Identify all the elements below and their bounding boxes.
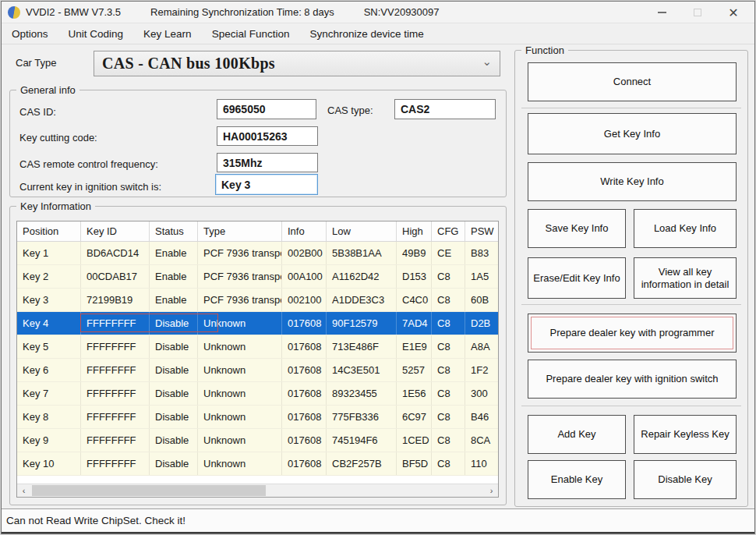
table-cell: 1A5 [465, 265, 499, 288]
table-row-key-6[interactable]: Key 6FFFFFFFFDisableUnknown01760814C3E50… [17, 359, 498, 382]
remote-frequency-field: 315Mhz [217, 153, 318, 172]
disable-key-button[interactable]: Disable Key [634, 460, 737, 499]
column-header-cfg[interactable]: CFG [432, 221, 465, 241]
table-cell: CE [432, 242, 465, 264]
key-cutting-code-label: Key cutting code: [19, 132, 97, 143]
table-cell: C8 [432, 335, 465, 358]
car-type-label: Car Type [16, 57, 57, 69]
column-header-low[interactable]: Low [327, 221, 397, 241]
table-cell: 110 [465, 452, 499, 475]
table-row-key-4[interactable]: Key 4FFFFFFFFDisableUnknown01760890F1257… [17, 312, 498, 335]
main-area: Car Type CAS - CAN bus 100Kbps ⌄ General… [2, 44, 754, 508]
table-cell: FFFFFFFF [81, 312, 150, 335]
app-window: VVDI2 - BMW V7.3.5 Remaining Synchroniza… [1, 1, 755, 534]
table-cell: C4C0 [397, 289, 432, 311]
table-cell: 017608 [282, 335, 327, 358]
table-cell: 00CDAB17 [81, 265, 150, 288]
table-cell: E1E9 [397, 335, 432, 358]
table-row-key-7[interactable]: Key 7FFFFFFFFDisableUnknown0176088932345… [17, 382, 498, 406]
separator [521, 406, 741, 406]
maximize-button[interactable] [680, 2, 715, 23]
chevron-down-icon: ⌄ [482, 55, 492, 69]
table-cell: 1CED [397, 429, 432, 452]
table-cell: C8 [432, 312, 465, 335]
table-cell: 017608 [282, 312, 327, 335]
table-row-key-10[interactable]: Key 10FFFFFFFFDisableUnknown017608CB2F25… [17, 452, 498, 476]
table-cell: C8 [432, 429, 465, 452]
column-header-info[interactable]: Info [282, 221, 327, 241]
table-row-key-3[interactable]: Key 372199B19EnablePCF 7936 transponder0… [17, 289, 498, 312]
table-row-key-8[interactable]: Key 8FFFFFFFFDisableUnknown017608775FB33… [17, 406, 498, 429]
key-cutting-code-field: HA00015263 [217, 126, 318, 146]
column-header-position[interactable]: Position [17, 221, 81, 241]
table-cell: Enable [150, 242, 198, 264]
table-cell: Key 6 [17, 359, 81, 381]
scrollbar-thumb[interactable] [32, 485, 266, 496]
scroll-left-icon[interactable]: ‹ [17, 484, 30, 497]
menu-item-key-learn[interactable]: Key Learn [143, 28, 192, 40]
column-header-type[interactable]: Type [198, 221, 282, 241]
cas-type-field: CAS2 [394, 99, 496, 119]
table-cell: 49B9 [397, 242, 432, 264]
maximize-icon [694, 9, 701, 16]
prepare-dealer-key-programmer-button[interactable]: Prepare dealer key with programmer [528, 314, 737, 353]
column-header-high[interactable]: High [397, 221, 432, 241]
table-row-key-1[interactable]: Key 1BD6ACD14EnablePCF 7936 transponder0… [17, 242, 498, 265]
menu-item-options[interactable]: Options [12, 28, 48, 40]
scroll-right-icon[interactable]: › [485, 484, 498, 497]
table-cell: FFFFFFFF [81, 429, 150, 452]
menu-item-synchronize-device-time[interactable]: Synchronize device time [309, 28, 423, 40]
prepare-dealer-key-ignition-button[interactable]: Prepare dealer key with ignition switch [528, 360, 737, 399]
table-cell: Disable [150, 312, 198, 335]
connect-button[interactable]: Connect [528, 62, 737, 101]
menu-bar: Options Unit Coding Key Learn Special Fu… [2, 23, 754, 44]
table-row-key-5[interactable]: Key 5FFFFFFFFDisableUnknown017608713E486… [17, 335, 498, 359]
save-key-info-button[interactable]: Save Key Info [528, 209, 626, 248]
table-row-key-9[interactable]: Key 9FFFFFFFFDisableUnknown017608745194F… [17, 429, 498, 452]
table-cell: FFFFFFFF [81, 452, 150, 475]
table-cell: BF5D [397, 452, 432, 475]
add-key-button[interactable]: Add Key [528, 415, 626, 454]
key-information-title: Key Information [16, 200, 95, 212]
menu-item-unit-coding[interactable]: Unit Coding [69, 28, 124, 40]
table-cell: 775FB336 [327, 406, 397, 428]
key-information-group: Key Information PositionKey IDStatusType… [9, 206, 507, 505]
separator [521, 108, 741, 108]
table-cell: Unknown [198, 312, 282, 335]
table-cell: Key 10 [17, 452, 81, 475]
table-cell: Key 9 [17, 429, 81, 452]
table-cell: PCF 7936 transponder [198, 265, 282, 288]
minimize-button[interactable] [644, 2, 680, 23]
write-key-info-button[interactable]: Write Key Info [528, 162, 737, 201]
table-cell: Key 1 [17, 242, 81, 264]
table-cell: Enable [150, 289, 198, 311]
status-bar: Can not Read Write ChipSet. Check it! [2, 508, 754, 532]
table-row-key-2[interactable]: Key 200CDAB17EnablePCF 7936 transponder0… [17, 265, 498, 289]
erase-edit-key-info-button[interactable]: Erase/Edit Key Info [528, 257, 626, 299]
sync-time-text: Remaining Synchronization Time: 8 days [150, 6, 334, 18]
column-header-psw[interactable]: PSW [465, 221, 499, 241]
car-type-dropdown[interactable]: CAS - CAN bus 100Kbps ⌄ [94, 51, 500, 76]
scrollbar-track[interactable] [30, 484, 485, 497]
menu-item-special-function[interactable]: Special Function [212, 28, 290, 40]
enable-key-button[interactable]: Enable Key [528, 460, 626, 499]
column-header-status[interactable]: Status [150, 221, 198, 241]
column-header-key-id[interactable]: Key ID [81, 221, 150, 241]
table-cell: Disable [150, 452, 198, 475]
close-button[interactable]: ✕ [715, 2, 751, 23]
table-cell: Unknown [198, 335, 282, 358]
cas-type-label: CAS type: [327, 105, 373, 116]
table-cell: Unknown [198, 359, 282, 381]
serial-number-text: SN:VV20930097 [364, 6, 440, 18]
repair-keyless-key-button[interactable]: Repair Keyless Key [634, 415, 737, 454]
table-cell: 89323455 [327, 382, 397, 405]
table-cell: 1E56 [397, 382, 432, 405]
load-key-info-button[interactable]: Load Key Info [634, 209, 737, 248]
view-all-key-detail-button[interactable]: View all key information in detail [634, 257, 737, 299]
window-controls: ✕ [644, 2, 751, 23]
table-cell: 1F2 [465, 359, 499, 381]
horizontal-scrollbar[interactable]: ‹ › [17, 484, 498, 497]
get-key-info-button[interactable]: Get Key Info [528, 113, 737, 154]
table-cell: A1162D42 [327, 265, 397, 288]
table-cell: 017608 [282, 382, 327, 405]
